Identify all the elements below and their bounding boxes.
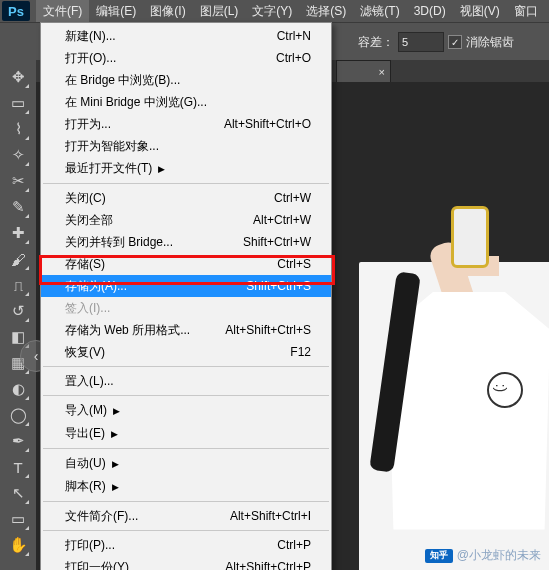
menu-separator — [43, 366, 329, 367]
menu-item[interactable]: 新建(N)...Ctrl+N — [41, 25, 331, 47]
app-logo: Ps — [2, 1, 30, 21]
menu-layer[interactable]: 图层(L) — [193, 0, 246, 23]
toolbox: ✥ ▭ ⌇ ✧ ✂ ✎ ✚ 🖌 ⎍ ↺ ◧ ▦ ◐ ◯ ✒ T ↖ ▭ ✋ — [0, 60, 37, 570]
hand-tool-icon[interactable]: ✋ — [6, 533, 30, 557]
menu-filter[interactable]: 滤镜(T) — [353, 0, 406, 23]
menu-item-shortcut: F12 — [290, 344, 311, 360]
menu-item-label: 自动(U) — [65, 455, 119, 472]
menu-item[interactable]: 导入(M) — [41, 399, 331, 422]
path-tool-icon[interactable]: ↖ — [6, 481, 30, 505]
menu-3d[interactable]: 3D(D) — [407, 1, 453, 21]
menu-item[interactable]: 打开为...Alt+Shift+Ctrl+O — [41, 113, 331, 135]
menu-item[interactable]: 恢复(V)F12 — [41, 341, 331, 363]
menu-separator — [43, 501, 329, 502]
close-icon[interactable]: × — [379, 66, 385, 78]
menu-item-label: 关闭(C) — [65, 190, 106, 206]
menu-item-shortcut: Alt+Shift+Ctrl+P — [225, 559, 311, 570]
menu-separator — [43, 448, 329, 449]
menu-item-label: 导出(E) — [65, 425, 118, 442]
menu-item-label: 存储为 Web 所用格式... — [65, 322, 190, 338]
menu-item-label: 导入(M) — [65, 402, 120, 419]
menu-item-label: 打印一份(Y) — [65, 559, 129, 570]
menu-item-label: 最近打开文件(T) — [65, 160, 165, 177]
stamp-tool-icon[interactable]: ⎍ — [6, 273, 30, 297]
menu-item[interactable]: 打印一份(Y)Alt+Shift+Ctrl+P — [41, 556, 331, 570]
pen-tool-icon[interactable]: ✒ — [6, 429, 30, 453]
menu-select[interactable]: 选择(S) — [299, 0, 353, 23]
menu-item-label: 置入(L)... — [65, 373, 114, 389]
menu-item[interactable]: 存储为 Web 所用格式...Alt+Shift+Ctrl+S — [41, 319, 331, 341]
file-menu-dropdown: 新建(N)...Ctrl+N打开(O)...Ctrl+O在 Bridge 中浏览… — [40, 22, 332, 570]
menu-item-label: 打开(O)... — [65, 50, 116, 66]
marquee-tool-icon[interactable]: ▭ — [6, 91, 30, 115]
menu-separator — [43, 530, 329, 531]
menu-item-label: 关闭全部 — [65, 212, 113, 228]
heal-tool-icon[interactable]: ✚ — [6, 221, 30, 245]
menu-separator — [43, 183, 329, 184]
shape-tool-icon[interactable]: ▭ — [6, 507, 30, 531]
menu-item-shortcut: Ctrl+P — [277, 537, 311, 553]
menu-image[interactable]: 图像(I) — [143, 0, 192, 23]
menu-item[interactable]: 脚本(R) — [41, 475, 331, 498]
type-tool-icon[interactable]: T — [6, 455, 30, 479]
watermark: 知乎 @小龙虾的未来 — [425, 547, 541, 564]
antialias-checkbox[interactable]: ✓ — [448, 35, 462, 49]
menu-item[interactable]: 最近打开文件(T) — [41, 157, 331, 180]
menu-item-label: 打开为智能对象... — [65, 138, 159, 154]
menu-item-shortcut: Ctrl+S — [277, 256, 311, 272]
menubar: Ps 文件(F) 编辑(E) 图像(I) 图层(L) 文字(Y) 选择(S) 滤… — [0, 0, 549, 22]
history-brush-icon[interactable]: ↺ — [6, 299, 30, 323]
menu-item[interactable]: 在 Mini Bridge 中浏览(G)... — [41, 91, 331, 113]
menu-item-shortcut: Alt+Shift+Ctrl+I — [230, 508, 311, 524]
menu-item-label: 打开为... — [65, 116, 111, 132]
menu-item-shortcut: Ctrl+W — [274, 190, 311, 206]
menu-item-shortcut: Ctrl+N — [277, 28, 311, 44]
menu-item: 签入(I)... — [41, 297, 331, 319]
document-tab[interactable]: × — [336, 60, 391, 82]
menu-item-label: 签入(I)... — [65, 300, 110, 316]
brush-tool-icon[interactable]: 🖌 — [6, 247, 30, 271]
tolerance-label: 容差： — [358, 34, 394, 51]
menu-type[interactable]: 文字(Y) — [245, 0, 299, 23]
menu-item[interactable]: 存储(S)Ctrl+S — [41, 253, 331, 275]
menu-item[interactable]: 打开(O)...Ctrl+O — [41, 47, 331, 69]
menu-item-shortcut: Shift+Ctrl+S — [246, 278, 311, 294]
menu-item-label: 文件简介(F)... — [65, 508, 138, 524]
crop-tool-icon[interactable]: ✂ — [6, 169, 30, 193]
menu-item-label: 关闭并转到 Bridge... — [65, 234, 173, 250]
menu-file[interactable]: 文件(F) — [36, 0, 89, 23]
menu-item[interactable]: 打印(P)...Ctrl+P — [41, 534, 331, 556]
menu-item[interactable]: 打开为智能对象... — [41, 135, 331, 157]
menu-item[interactable]: 关闭全部Alt+Ctrl+W — [41, 209, 331, 231]
move-tool-icon[interactable]: ✥ — [6, 65, 30, 89]
menu-item-shortcut: Shift+Ctrl+W — [243, 234, 311, 250]
menu-item[interactable]: 在 Bridge 中浏览(B)... — [41, 69, 331, 91]
tolerance-input[interactable] — [398, 32, 444, 52]
menu-item[interactable]: 关闭(C)Ctrl+W — [41, 187, 331, 209]
menu-item-shortcut: Ctrl+O — [276, 50, 311, 66]
menu-item[interactable]: 关闭并转到 Bridge...Shift+Ctrl+W — [41, 231, 331, 253]
menu-item[interactable]: 存储为(A)...Shift+Ctrl+S — [41, 275, 331, 297]
menu-item-label: 存储为(A)... — [65, 278, 127, 294]
document-image — [359, 262, 549, 570]
menu-item[interactable]: 导出(E) — [41, 422, 331, 445]
menu-item-shortcut: Alt+Shift+Ctrl+S — [225, 322, 311, 338]
wand-tool-icon[interactable]: ✧ — [6, 143, 30, 167]
watermark-text: @小龙虾的未来 — [457, 547, 541, 564]
menu-item-shortcut: Alt+Shift+Ctrl+O — [224, 116, 311, 132]
menu-view[interactable]: 视图(V) — [453, 0, 507, 23]
dodge-tool-icon[interactable]: ◯ — [6, 403, 30, 427]
menu-separator — [43, 395, 329, 396]
menu-window[interactable]: 窗口 — [507, 0, 545, 23]
lasso-tool-icon[interactable]: ⌇ — [6, 117, 30, 141]
menu-item-label: 存储(S) — [65, 256, 105, 272]
menu-item-shortcut: Alt+Ctrl+W — [253, 212, 311, 228]
blur-tool-icon[interactable]: ◐ — [6, 377, 30, 401]
smiley-icon — [487, 372, 523, 408]
menu-item-label: 在 Mini Bridge 中浏览(G)... — [65, 94, 207, 110]
menu-edit[interactable]: 编辑(E) — [89, 0, 143, 23]
eyedropper-tool-icon[interactable]: ✎ — [6, 195, 30, 219]
menu-item[interactable]: 置入(L)... — [41, 370, 331, 392]
menu-item[interactable]: 文件简介(F)...Alt+Shift+Ctrl+I — [41, 505, 331, 527]
menu-item[interactable]: 自动(U) — [41, 452, 331, 475]
